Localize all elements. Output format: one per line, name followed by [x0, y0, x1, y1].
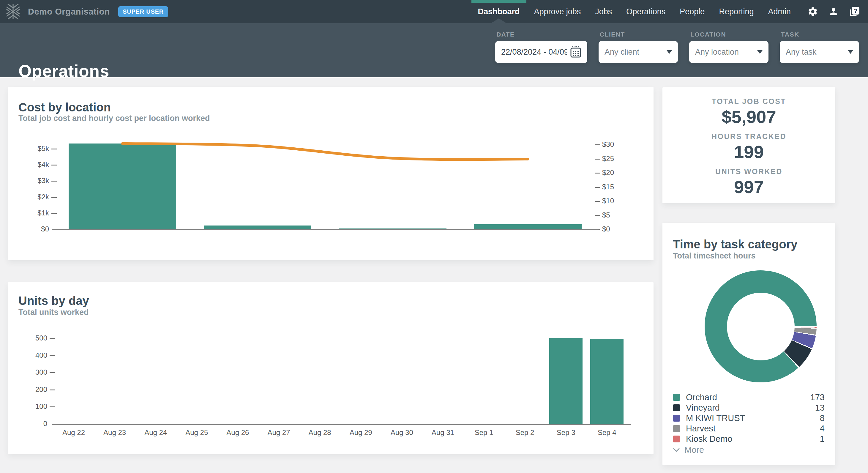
legend-swatch [673, 436, 680, 442]
nav-item-dashboard[interactable]: Dashboard [471, 0, 527, 23]
x-axis-category-label: Sep 2 [505, 428, 544, 437]
stat-value: $5,907 [721, 107, 776, 127]
legend-label: M KIWI TRUST [686, 413, 820, 423]
nav-item-people[interactable]: People [673, 0, 712, 23]
help-button[interactable]: ? [848, 6, 860, 18]
stat-value: 199 [734, 142, 764, 162]
donut-card-subtitle: Total timesheet hours [673, 252, 756, 261]
date-range-input[interactable]: 22/08/2024 - 04/09/202 [495, 41, 587, 63]
x-axis-category-label: Aug 30 [382, 428, 421, 437]
location-select-value: Any location [695, 48, 754, 57]
legend-row: Vineyard13 [673, 403, 825, 413]
right-axis-tick [595, 215, 600, 216]
org-logo-snowflake-icon [5, 3, 21, 20]
y-axis-tick-label: 100 [20, 403, 47, 410]
legend-value: 173 [810, 392, 825, 402]
x-axis-line [52, 229, 598, 230]
task-select[interactable]: Any task [780, 41, 859, 63]
client-select[interactable]: Any client [598, 41, 678, 63]
left-axis-tick-label: $4k [20, 161, 49, 168]
legend-swatch [673, 394, 680, 401]
right-axis-tick [595, 201, 600, 202]
cost-bar [204, 226, 311, 229]
right-axis-tick-label: $15 [602, 183, 629, 190]
x-axis-category-label: Aug 26 [218, 428, 257, 437]
help-icon: ? [848, 6, 860, 18]
right-axis-tick [595, 144, 600, 145]
page-header: Operations DATE 22/08/2024 - 04/09/202 [0, 23, 868, 77]
legend-row: Kiosk Demo1 [673, 434, 825, 444]
task-filter-group: TASK Any task [780, 31, 859, 63]
x-axis-category-label: Sep 3 [547, 428, 585, 437]
gear-icon [807, 6, 818, 17]
task-filter-label: TASK [781, 31, 859, 38]
donut-hole [727, 293, 795, 360]
y-axis-tick [50, 355, 55, 356]
legend-swatch [673, 425, 680, 432]
units-worked-stat: UNITS WORKED 997 [715, 167, 782, 197]
nav-item-operations[interactable]: Operations [619, 0, 673, 23]
legend-label: Kiosk Demo [686, 434, 820, 444]
stat-label: UNITS WORKED [715, 167, 782, 176]
left-axis-tick [52, 165, 57, 166]
nav-item-jobs[interactable]: Jobs [588, 0, 619, 23]
y-axis-tick [50, 338, 55, 339]
total-job-cost-stat: TOTAL JOB COST $5,907 [712, 97, 786, 127]
date-range-value: 22/08/2024 - 04/09/202 [501, 48, 567, 57]
x-axis-category-label: Aug 24 [136, 428, 175, 437]
y-axis-tick-label: 500 [20, 334, 47, 342]
right-axis-tick-label: $20 [602, 169, 629, 176]
cost-by-location-card: Cost by location Total job cost and hour… [8, 87, 653, 260]
left-axis-tick-label: $3k [20, 177, 49, 184]
x-axis-category-label: Aug 23 [95, 428, 134, 437]
legend-value: 8 [820, 413, 825, 423]
summary-stats-card: TOTAL JOB COST $5,907 HOURS TRACKED 199 … [662, 87, 835, 203]
chevron-down-icon [666, 50, 672, 54]
super-user-badge: SUPER USER [118, 6, 168, 17]
client-filter-label: CLIENT [600, 31, 678, 38]
nav-items: DashboardApprove jobsJobsOperationsPeopl… [471, 0, 798, 23]
org-name: Demo Organisation [28, 7, 110, 17]
top-navbar: Demo Organisation SUPER USER DashboardAp… [0, 0, 868, 23]
cost-bar [339, 229, 446, 229]
cost-bar [69, 144, 176, 229]
cost-bar [474, 224, 582, 229]
y-axis-tick-label: 300 [20, 369, 47, 376]
legend-value: 13 [815, 403, 825, 413]
donut-card-title: Time by task category [673, 238, 797, 251]
primary-nav: DashboardApprove jobsJobsOperationsPeopl… [471, 0, 868, 23]
chevron-down-icon [673, 448, 680, 452]
location-filter-group: LOCATION Any location [689, 31, 769, 63]
nav-item-reporting[interactable]: Reporting [712, 0, 761, 23]
x-axis-category-label: Aug 31 [424, 428, 462, 437]
donut-legend: Orchard173Vineyard13M KIWI TRUST8Harvest… [673, 392, 825, 444]
svg-text:?: ? [854, 8, 857, 14]
legend-swatch [673, 404, 680, 411]
client-filter-group: CLIENT Any client [598, 31, 678, 63]
nav-item-approve-jobs[interactable]: Approve jobs [527, 0, 588, 23]
location-select[interactable]: Any location [689, 41, 769, 63]
nav-item-admin[interactable]: Admin [761, 0, 798, 23]
page-title: Operations [19, 61, 109, 81]
settings-button[interactable] [807, 6, 819, 18]
legend-more-button[interactable]: More [673, 445, 704, 455]
left-axis-tick [52, 213, 57, 214]
left-axis-tick [52, 197, 57, 198]
x-axis-category-label: Aug 25 [177, 428, 216, 437]
y-axis-tick [50, 372, 55, 373]
legend-label: Harvest [686, 424, 820, 434]
right-axis-tick [595, 159, 600, 159]
right-axis-tick [595, 173, 600, 174]
right-axis-tick-label: $30 [602, 141, 629, 148]
legend-row: M KIWI TRUST8 [673, 413, 825, 423]
user-profile-button[interactable] [828, 6, 839, 18]
task-category-donut-chart [705, 270, 816, 382]
left-axis-tick-label: $2k [20, 194, 49, 201]
stat-value: 997 [734, 177, 764, 197]
left-axis-tick-label: $5k [20, 145, 49, 152]
filters-bar: DATE 22/08/2024 - 04/09/202 [495, 31, 859, 63]
chevron-down-icon [848, 50, 853, 54]
legend-label: Orchard [686, 392, 810, 402]
app-root: Demo Organisation SUPER USER DashboardAp… [0, 0, 868, 473]
hours-tracked-stat: HOURS TRACKED 199 [711, 132, 786, 162]
